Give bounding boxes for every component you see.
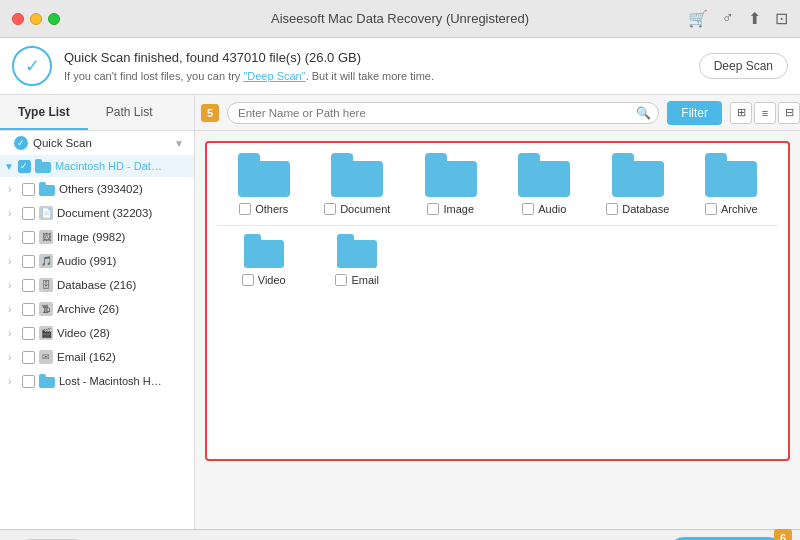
share-icon[interactable]: ⬆	[748, 9, 761, 28]
video-label: Video (28)	[57, 327, 110, 339]
database-grid-label: Database	[622, 203, 669, 215]
content-area: Others Document Image	[195, 131, 800, 529]
sidebar-item-macintosh[interactable]: ▼ ✓ Macintosh HD - Data (437010	[0, 155, 194, 177]
macintosh-checkbox[interactable]: ✓	[18, 160, 31, 173]
folder-item-document[interactable]: Document	[311, 153, 405, 215]
sidebar-item-audio[interactable]: › 🎵 Audio (991)	[0, 249, 194, 273]
image-type-icon: 🖼	[39, 230, 53, 244]
filter-button[interactable]: Filter	[667, 101, 722, 125]
image-grid-label: Image	[443, 203, 474, 215]
detail-view-button[interactable]: ⊟	[778, 102, 800, 124]
expand-chevron-icon: ▼	[4, 161, 14, 172]
cart-icon[interactable]: 🛒	[688, 9, 708, 28]
video-grid-label: Video	[258, 274, 286, 286]
maximize-button[interactable]	[48, 13, 60, 25]
database-folder-large-icon	[612, 153, 664, 197]
search-icon: 🔍	[636, 106, 651, 120]
app-title: Aiseesoft Mac Data Recovery (Unregistere…	[271, 11, 529, 26]
folder-item-email[interactable]: Email	[311, 234, 405, 286]
audio-folder-large-icon	[518, 153, 570, 197]
audio-grid-label: Audio	[538, 203, 566, 215]
database-type-icon: 🗄	[39, 278, 53, 292]
archive-folder-large-icon	[705, 153, 757, 197]
step-badge-6: 6	[774, 529, 792, 541]
folder-item-database[interactable]: Database	[591, 153, 685, 215]
close-button[interactable]	[12, 13, 24, 25]
expand-icon: ›	[8, 304, 18, 315]
email-grid-checkbox[interactable]	[335, 274, 347, 286]
recover-button[interactable]: Recover	[668, 537, 784, 541]
email-grid-label: Email	[351, 274, 379, 286]
sidebar-item-lost[interactable]: › Lost - Macintosh HD - Data (0	[0, 369, 194, 393]
search-input[interactable]	[227, 102, 659, 124]
folder-item-archive[interactable]: Archive	[685, 153, 779, 215]
expand-icon: ›	[8, 256, 18, 267]
title-bar: Aiseesoft Mac Data Recovery (Unregistere…	[0, 0, 800, 38]
sidebar-item-document[interactable]: › 📄 Document (32203)	[0, 201, 194, 225]
resize-icon[interactable]: ⊡	[775, 9, 788, 28]
quick-scan-label: Quick Scan	[33, 137, 92, 149]
minimize-button[interactable]	[30, 13, 42, 25]
document-grid-label: Document	[340, 203, 390, 215]
user-icon[interactable]: ♂	[722, 9, 734, 28]
expand-icon: ›	[8, 280, 18, 291]
folder-item-image[interactable]: Image	[404, 153, 498, 215]
archive-checkbox[interactable]	[22, 303, 35, 316]
folder-item-audio[interactable]: Audio	[498, 153, 592, 215]
content-grid-border: Others Document Image	[205, 141, 790, 461]
video-type-icon: 🎬	[39, 326, 53, 340]
document-folder-large-icon	[331, 153, 383, 197]
sidebar-item-email[interactable]: › ✉ Email (162)	[0, 345, 194, 369]
archive-label: Archive (26)	[57, 303, 119, 315]
grid-view-button[interactable]: ⊞	[730, 102, 752, 124]
others-grid-checkbox[interactable]	[239, 203, 251, 215]
image-grid-checkbox[interactable]	[427, 203, 439, 215]
tab-path-list[interactable]: Path List	[88, 95, 171, 130]
email-checkbox[interactable]	[22, 351, 35, 364]
video-grid-checkbox[interactable]	[242, 274, 254, 286]
folder-item-video[interactable]: Video	[217, 234, 311, 286]
folder-grid-row2: Video Email	[217, 234, 778, 286]
recover-button-wrap: Recover 6	[668, 537, 784, 541]
sidebar-item-image[interactable]: › 🖼 Image (9982)	[0, 225, 194, 249]
sidebar-item-others[interactable]: › Others (393402)	[0, 177, 194, 201]
audio-type-icon: 🎵	[39, 254, 53, 268]
main-area: ✓ Quick Scan ▼ ▼ ✓ Macintosh HD - Data (…	[0, 131, 800, 529]
list-view-button[interactable]: ≡	[754, 102, 776, 124]
sidebar-item-quick-scan[interactable]: ✓ Quick Scan ▼	[0, 131, 194, 155]
macintosh-folder-icon	[35, 159, 51, 173]
audio-label: Audio (991)	[57, 255, 116, 267]
audio-checkbox[interactable]	[22, 255, 35, 268]
folder-item-others[interactable]: Others	[217, 153, 311, 215]
bottom-bar: Back Recover 6	[0, 529, 800, 540]
title-bar-icons: 🛒 ♂ ⬆ ⊡	[688, 9, 788, 28]
database-grid-checkbox[interactable]	[606, 203, 618, 215]
sidebar-item-database[interactable]: › 🗄 Database (216)	[0, 273, 194, 297]
sidebar: ✓ Quick Scan ▼ ▼ ✓ Macintosh HD - Data (…	[0, 131, 195, 529]
others-checkbox[interactable]	[22, 183, 35, 196]
expand-icon: ›	[8, 232, 18, 243]
lost-checkbox[interactable]	[22, 375, 35, 388]
view-icons: ⊞ ≡ ⊟	[730, 102, 800, 124]
deep-scan-button[interactable]: Deep Scan	[699, 53, 788, 79]
status-bar: ✓ Quick Scan finished, found 437010 file…	[0, 38, 800, 95]
audio-grid-checkbox[interactable]	[522, 203, 534, 215]
image-label: Image (9982)	[57, 231, 125, 243]
chevron-down-icon: ▼	[174, 138, 184, 149]
video-checkbox[interactable]	[22, 327, 35, 340]
tab-type-list[interactable]: Type List	[0, 95, 88, 130]
expand-icon: ›	[8, 328, 18, 339]
image-checkbox[interactable]	[22, 231, 35, 244]
database-checkbox[interactable]	[22, 279, 35, 292]
sidebar-item-archive[interactable]: › 🗜 Archive (26)	[0, 297, 194, 321]
email-folder-medium-icon	[337, 234, 377, 268]
status-text: Quick Scan finished, found 437010 file(s…	[64, 48, 687, 84]
archive-type-icon: 🗜	[39, 302, 53, 316]
archive-grid-checkbox[interactable]	[705, 203, 717, 215]
deep-scan-link[interactable]: "Deep Scan"	[243, 70, 305, 82]
document-checkbox[interactable]	[22, 207, 35, 220]
sidebar-item-video[interactable]: › 🎬 Video (28)	[0, 321, 194, 345]
document-grid-checkbox[interactable]	[324, 203, 336, 215]
step-badge-5: 5	[201, 104, 219, 122]
document-label: Document (32203)	[57, 207, 152, 219]
